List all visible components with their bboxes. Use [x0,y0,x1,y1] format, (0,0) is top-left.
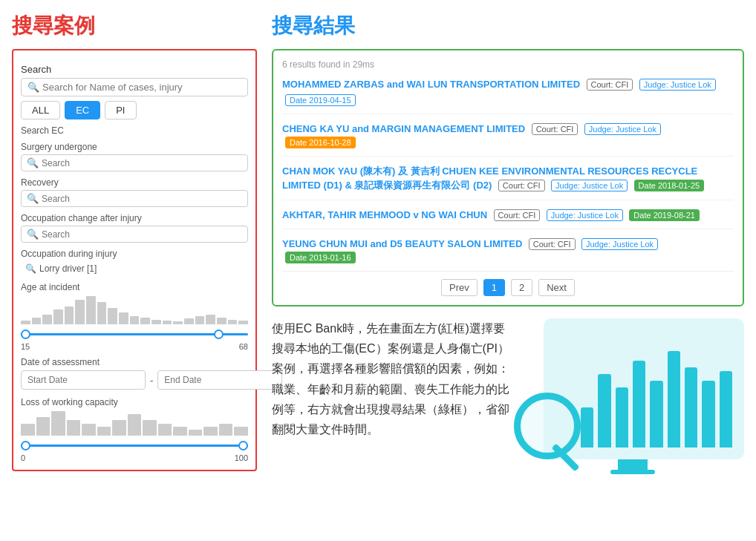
pagination: Prev 1 2 Next [282,279,734,296]
age-label: Age at incident [21,282,248,292]
chart-bar [702,381,714,447]
page1-button[interactable]: 1 [483,279,505,296]
search-ec-label: Search EC [21,125,248,136]
chart-bar [685,367,697,447]
loss-histogram [21,410,248,436]
date-badge-4: Date 2019-08-21 [629,209,700,221]
page2-button[interactable]: 2 [511,279,532,296]
search-icon-small: 🔍 [25,263,36,274]
age-min-value: 15 [21,342,30,351]
start-date-input[interactable] [21,370,146,390]
right-panel: 搜尋結果 6 results found in 29ms MOHAMMED ZA… [272,12,744,474]
loss-min-value: 0 [21,453,25,462]
loss-section: Loss of working capacity 0 100 [21,397,248,462]
age-handle-right[interactable] [214,329,224,339]
recovery-search-icon: 🔍 [27,193,39,204]
judge-badge-3: Judge: Justice Lok [551,180,628,191]
monitor-base [610,470,655,474]
end-date-input[interactable] [157,370,282,390]
prev-button[interactable]: Prev [441,279,478,296]
age-section: Age at incident 15 68 [21,282,248,351]
case-item-5: YEUNG CHUN MUI and D5 BEAUTY SALON LIMIT… [282,237,734,272]
search-icon: 🔍 [27,82,39,93]
results-box: 6 results found in 29ms MOHAMMED ZARBAS … [272,49,744,306]
date-label: Date of assessment [21,357,248,367]
case-title-1[interactable]: MOHAMMED ZARBAS and WAI LUN TRANSPORTATI… [282,79,580,90]
court-badge-5: Court: CFI [529,238,576,250]
date-badge-2: Date 2016-10-28 [285,137,356,148]
date-badge-3: Date 2018-01-25 [634,180,705,191]
date-badge-5: Date 2019-01-16 [285,252,356,263]
case-title-5[interactable]: YEUNG CHUN MUI and D5 BEAUTY SALON LIMIT… [282,238,522,249]
judge-badge-1: Judge: Justice Lok [639,79,716,91]
loss-handle-left[interactable] [21,441,30,450]
occupation-during-label: Occupation during injury [21,249,248,259]
search-box: Search 🔍 ALL EC PI Search EC Surgery und… [12,49,257,471]
magnifier-glass [514,393,581,459]
case-item-1: MOHAMMED ZARBAS and WAI LUN TRANSPORTATI… [282,77,734,114]
court-badge-2: Court: CFI [532,123,579,135]
lorry-driver-tag: 🔍 Lorry driver [1] [21,261,248,276]
date-badges-1: Date 2019-04-15 [282,93,734,106]
age-histogram [21,295,248,324]
chart-bar [633,361,645,447]
occupation-change-label: Occupation change after injury [21,213,248,223]
loss-handle-right[interactable] [238,441,248,450]
recovery-label: Recovery [21,177,248,188]
all-button[interactable]: ALL [21,101,60,119]
chart-bar [650,381,662,447]
search-input-row[interactable]: 🔍 [21,78,248,96]
occupation-change-search-row[interactable]: 🔍 [21,226,248,243]
age-handle-left[interactable] [21,329,30,339]
recovery-search-input[interactable] [42,194,242,204]
date-row: - [21,370,248,390]
search-label: Search [21,64,248,75]
description-text: 使用EC Bank時，先在畫面左方(紅框)選擇要搜尋本地的工傷(EC）案例還是人… [272,318,509,439]
age-range-slider[interactable] [21,327,248,341]
recovery-search-row[interactable]: 🔍 [21,190,248,207]
pi-button[interactable]: PI [105,101,136,119]
loss-label: Loss of working capacity [21,397,248,407]
judge-badge-4: Judge: Justice Lok [547,209,623,221]
ec-button[interactable]: EC [65,101,100,119]
judge-badge-5: Judge: Justice Lok [581,238,658,250]
occupation-change-input[interactable] [42,229,242,240]
results-count: 6 results found in 29ms [282,59,734,70]
bottom-section: 使用EC Bank時，先在畫面左方(紅框)選擇要搜尋本地的工傷(EC）案例還是人… [272,318,744,474]
date-badge-1: Date 2019-04-15 [285,94,356,106]
loss-range-track [21,445,248,447]
left-panel: 搜尋案例 Search 🔍 ALL EC PI Search EC Surger… [12,12,257,474]
chart-area [521,318,744,474]
chart-bar [668,351,680,447]
surgery-label: Surgery undergone [21,142,248,152]
judge-badge-2: Judge: Justice Lok [584,123,661,135]
loss-max-value: 100 [235,453,248,462]
case-title-4[interactable]: AKHTAR, TAHIR MEHMOOD v NG WAI CHUN [282,209,487,220]
age-range-values: 15 68 [21,342,248,351]
court-badge-1: Court: CFI [587,79,633,91]
case-item-4: AKHTAR, TAHIR MEHMOOD v NG WAI CHUN Cour… [282,208,734,229]
surgery-search-row[interactable]: 🔍 [21,154,248,171]
chart-bar [598,374,610,447]
date-dash: - [150,375,153,386]
chart-bar [581,407,593,447]
occupation-change-icon: 🔍 [27,229,39,240]
left-title: 搜尋案例 [12,12,257,40]
chart-bar [616,387,628,447]
surgery-search-input[interactable] [42,158,242,168]
court-badge-4: Court: CFI [494,209,541,221]
toggle-buttons: ALL EC PI [21,101,248,119]
surgery-search-icon: 🔍 [27,157,39,168]
court-badge-3: Court: CFI [498,180,545,191]
case-item-2: CHENG KA YU and MARGIN MANAGEMENT LIMITE… [282,122,734,157]
next-button[interactable]: Next [538,279,575,296]
loss-range-slider[interactable] [21,439,248,452]
case-title-2[interactable]: CHENG KA YU and MARGIN MANAGEMENT LIMITE… [282,123,525,134]
search-input[interactable] [42,82,241,93]
chart-bar [720,371,732,447]
right-title: 搜尋結果 [272,12,744,40]
age-max-value: 68 [239,342,248,351]
loss-range-values: 0 100 [21,453,248,462]
case-item-3: CHAN MOK YAU (陳木有) 及 黃吉利 CHUEN KEE ENVIR… [282,164,734,200]
